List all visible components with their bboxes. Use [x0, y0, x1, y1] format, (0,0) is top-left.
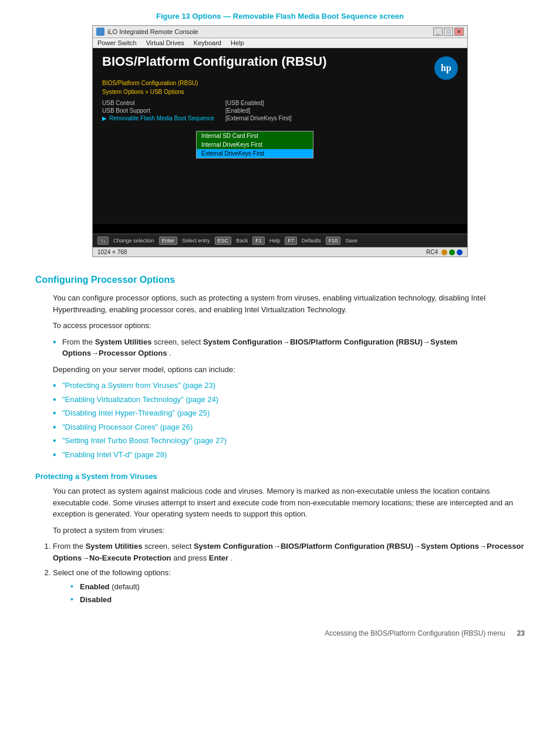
- key-enter: Enter: [159, 237, 178, 245]
- option-label-2: USB Boot Support: [102, 107, 225, 114]
- option-value-2: [Enabled]: [225, 107, 250, 114]
- key-f7-label: Defaults: [302, 238, 321, 244]
- menu-keyboard[interactable]: Keyboard: [194, 39, 221, 46]
- sub-options-list: Enabled (default) Disabled: [70, 581, 525, 606]
- close-button[interactable]: ✕: [454, 28, 464, 36]
- bios-content: BIOS/Platform Configuration (RBSU) hp BI…: [93, 48, 467, 224]
- dropdown-item-3[interactable]: External DriveKeys First: [197, 149, 313, 158]
- dropdown-item-2[interactable]: Internal DriveKeys First: [197, 140, 313, 149]
- restore-button[interactable]: □: [444, 28, 453, 36]
- option-value-3: [External DriveKeys First]: [225, 115, 292, 121]
- menu-power-switch[interactable]: Power Switch: [97, 39, 137, 46]
- access-middle: screen, select: [154, 337, 203, 346]
- access-bullet-list: From the System Utilities screen, select…: [53, 336, 525, 359]
- subsection-heading: Protecting a System from Viruses: [35, 472, 525, 481]
- link-hyperthreading[interactable]: "Disabling Intel Hyper-Threading" (page …: [62, 409, 210, 417]
- arrow-icon: ▶: [102, 115, 107, 121]
- step1-prefix: From the: [53, 542, 86, 551]
- bios-breadcrumb2: System Options » USB Options: [102, 89, 458, 95]
- key-esc: ESC: [215, 237, 232, 245]
- key-enter-label: Select entry: [182, 238, 210, 244]
- bios-footer: ↑↓ Change selection Enter Select entry E…: [93, 234, 467, 247]
- list-item-5: "Setting Intel Turbo Boost Technology" (…: [53, 435, 525, 447]
- window-menubar: Power Switch Virtual Drives Keyboard Hel…: [93, 38, 467, 48]
- system-utilities-label: System Utilities: [95, 337, 152, 346]
- sub-option-enabled: Enabled (default): [70, 581, 525, 593]
- bios-title: BIOS/Platform Configuration (RBSU): [102, 54, 327, 69]
- enabled-label: Enabled: [80, 582, 110, 591]
- statusbar-right: RC4: [426, 249, 463, 255]
- section-heading: Configuring Processor Options: [35, 275, 525, 285]
- step-2: Select one of the following options: Ena…: [53, 567, 525, 606]
- hp-logo: hp: [434, 56, 458, 80]
- access-bullet-item: From the System Utilities screen, select…: [53, 336, 525, 359]
- key-f1: F1: [252, 237, 265, 245]
- bios-window: iLO Integrated Remote Console _ □ ✕ Powe…: [92, 25, 468, 257]
- menu-virtual-drives[interactable]: Virtual Drives: [146, 39, 184, 46]
- dropdown-item-1[interactable]: Internal SD Card First: [197, 131, 313, 140]
- key-esc-label: Back: [236, 238, 248, 244]
- subsection-intro: You can protect as system against malici…: [53, 485, 525, 520]
- link-turbo-boost[interactable]: "Setting Intel Turbo Boost Technology" (…: [62, 436, 227, 445]
- bios-header-row: BIOS/Platform Configuration (RBSU) hp: [102, 54, 458, 80]
- option-value-1: [USB Enabled]: [225, 100, 264, 106]
- page-footer: Accessing the BIOS/Platform Configuratio…: [35, 623, 525, 637]
- step1-end: .: [231, 553, 233, 562]
- status-resolution: 1024 × 768: [97, 249, 127, 255]
- step1-suffix: and press: [173, 553, 209, 562]
- list-item-6: "Enabling Intel VT-d" (page 28): [53, 449, 525, 461]
- bios-statusbar: 1024 × 768 RC4: [93, 247, 467, 256]
- option-label-3: ▶Removable Flash Media Boot Sequence: [102, 115, 225, 121]
- step1-bold3: Enter: [209, 553, 228, 562]
- window-titlebar: iLO Integrated Remote Console _ □ ✕: [93, 26, 467, 38]
- access-suffix: .: [169, 349, 171, 357]
- key-f10-label: Save: [345, 238, 357, 244]
- option-label-1: USB Control: [102, 100, 225, 106]
- protect-label: To protect a system from viruses:: [53, 525, 525, 536]
- status-rc: RC4: [426, 249, 438, 255]
- link-viruses[interactable]: "Protecting a System from Viruses" (page…: [62, 381, 215, 390]
- key-arrows: ↑↓: [97, 237, 109, 245]
- titlebar-label: iLO Integrated Remote Console: [107, 28, 198, 35]
- link-processor-cores[interactable]: "Disabling Processor Cores" (page 26): [62, 423, 193, 431]
- enabled-suffix: (default): [112, 582, 140, 591]
- depends-label: Depending on your server model, options …: [53, 364, 525, 376]
- bios-breadcrumb1: BIOS/Platform Configuration (RBSU): [102, 80, 458, 86]
- key-f1-label: Help: [269, 238, 281, 244]
- bios-dropdown[interactable]: Internal SD Card First Internal DriveKey…: [196, 131, 313, 158]
- list-item-3: "Disabling Intel Hyper-Threading" (page …: [53, 407, 525, 419]
- list-item-4: "Disabling Processor Cores" (page 26): [53, 421, 525, 433]
- disabled-label: Disabled: [80, 595, 112, 604]
- footer-page: 23: [517, 629, 525, 637]
- menu-help[interactable]: Help: [231, 39, 244, 46]
- step1-bold1: System Utilities: [86, 542, 143, 551]
- step-1: From the System Utilities screen, select…: [53, 541, 525, 563]
- link-vtd[interactable]: "Enabling Intel VT-d" (page 28): [62, 450, 167, 459]
- list-item-2: "Enabling Virtualization Technology" (pa…: [53, 394, 525, 406]
- key-f10: F10: [326, 237, 341, 245]
- dot-green: [449, 249, 455, 255]
- bios-option-1: USB Control [USB Enabled]: [102, 100, 458, 106]
- section-intro: You can configure processor options, suc…: [53, 292, 525, 315]
- list-item-1: "Protecting a System from Viruses" (page…: [53, 380, 525, 391]
- status-dots: [441, 249, 463, 255]
- sub-option-disabled: Disabled: [70, 594, 525, 606]
- steps-list: From the System Utilities screen, select…: [53, 541, 525, 606]
- window-controls[interactable]: _ □ ✕: [433, 28, 464, 36]
- dot-blue: [457, 249, 463, 255]
- bios-option-3[interactable]: ▶Removable Flash Media Boot Sequence [Ex…: [102, 115, 458, 121]
- page-container: Figure 13 Options — Removable Flash Medi…: [0, 0, 560, 661]
- options-list: "Protecting a System from Viruses" (page…: [53, 380, 525, 460]
- key-arrows-label: Change selection: [113, 238, 154, 244]
- step2-text: Select one of the following options:: [53, 568, 171, 577]
- dot-orange: [441, 249, 447, 255]
- minimize-button[interactable]: _: [433, 28, 443, 36]
- link-virtualization[interactable]: "Enabling Virtualization Technology" (pa…: [62, 395, 218, 404]
- figure-title: Figure 13 Options — Removable Flash Medi…: [35, 12, 525, 21]
- bios-option-2: USB Boot Support [Enabled]: [102, 107, 458, 114]
- footer-text: Accessing the BIOS/Platform Configuratio…: [325, 629, 505, 637]
- access-label: To access processor options:: [53, 320, 525, 332]
- titlebar-left: iLO Integrated Remote Console: [96, 28, 198, 36]
- bios-title-block: BIOS/Platform Configuration (RBSU): [102, 54, 327, 74]
- step1-mid: screen, select: [144, 542, 194, 551]
